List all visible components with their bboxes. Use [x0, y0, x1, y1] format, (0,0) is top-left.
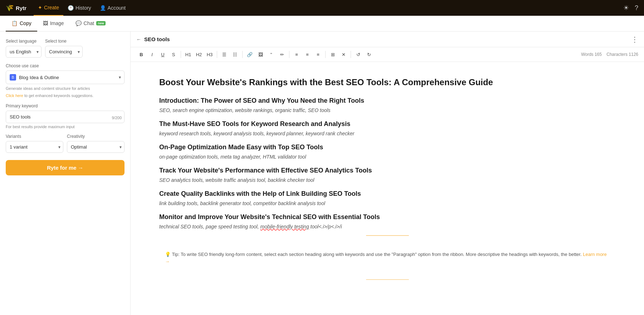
primary-keyword-label: Primary keyword: [6, 103, 125, 108]
copy-icon: 📋: [11, 20, 18, 26]
back-arrow-icon: ←: [136, 37, 141, 42]
help-icon[interactable]: ?: [635, 4, 638, 12]
quote-button[interactable]: ": [266, 49, 276, 59]
tone-select-wrap: Convincing: [45, 46, 83, 58]
creativity-select-wrap: Optimal: [67, 141, 125, 153]
section-keywords-4: link building tools, backlink generator …: [159, 200, 615, 206]
align-right-button[interactable]: ≡: [313, 49, 323, 59]
app-logo[interactable]: 🌾 Rytr: [6, 4, 26, 12]
redo-button[interactable]: ↻: [364, 49, 374, 59]
section-heading-0[interactable]: Introduction: The Power of SEO and Why Y…: [159, 97, 615, 105]
editor-title[interactable]: Boost Your Website's Rankings with the B…: [159, 76, 615, 88]
ordered-list-button[interactable]: ☷: [230, 49, 240, 59]
creativity-select[interactable]: Optimal: [67, 141, 125, 153]
section-keywords-3: SEO analytics tools, website traffic ana…: [159, 177, 615, 183]
tone-select[interactable]: Convincing: [45, 46, 83, 58]
tab-image[interactable]: 🖼 Image: [37, 16, 70, 32]
nav-create-label: Create: [44, 5, 59, 10]
image-button[interactable]: 🖼: [255, 49, 265, 59]
back-button[interactable]: ←: [136, 37, 141, 42]
tab-copy-label: Copy: [20, 20, 31, 26]
word-char-count: Words 165 Characters 1126: [581, 52, 638, 57]
use-case-icon: B: [10, 74, 16, 81]
toolbar-sep-4: [289, 51, 289, 58]
bold-button[interactable]: B: [136, 49, 146, 59]
creativity-label: Creativity: [67, 134, 125, 139]
variants-creativity-row: Variants 1 variant Creativity Optimal: [6, 134, 125, 153]
section-heading-4[interactable]: Create Quality Backlinks with the Help o…: [159, 190, 615, 198]
primary-keyword-input[interactable]: [6, 111, 125, 123]
tip-text: Tip: To write SEO friendly long-form con…: [172, 252, 581, 257]
toolbar-sep-1: [181, 51, 181, 58]
variants-col: Variants 1 variant: [6, 134, 63, 153]
keyword-hint: For best results provide maximum input: [6, 125, 125, 129]
tip-box: 💡 Tip: To write SEO friendly long-form c…: [159, 246, 615, 271]
section-heading-1[interactable]: The Must-Have SEO Tools for Keyword Rese…: [159, 120, 615, 128]
ryte-for-me-button[interactable]: Ryte for me →: [6, 160, 125, 175]
keyword-enhance-suffix: to get enhanced keywords suggestions.: [23, 93, 93, 98]
chat-icon: 💬: [75, 20, 82, 26]
variants-select[interactable]: 1 variant: [6, 141, 63, 153]
toolbar-sep-2: [217, 51, 217, 58]
bottom-divider: [366, 279, 409, 280]
tab-chat[interactable]: 💬 Chat new: [70, 16, 111, 32]
align-center-button[interactable]: ≡: [302, 49, 312, 59]
sidebar: Select language us English Select tone C…: [0, 32, 131, 315]
section-heading-5[interactable]: Monitor and Improve Your Website's Techn…: [159, 213, 615, 221]
use-case-dropdown-btn[interactable]: B Blog Idea & Outline: [6, 71, 125, 84]
editor-wrap: Boost Your Website's Rankings with the B…: [131, 62, 644, 315]
nav-create[interactable]: ✦ Create: [34, 0, 63, 16]
language-select-wrap: us English: [6, 46, 42, 58]
keyword-input-wrap: 9/200: [6, 111, 125, 123]
h3-button[interactable]: H3: [205, 49, 215, 59]
toolbar-sep-6: [351, 51, 351, 58]
account-icon: 👤: [100, 5, 106, 11]
language-label: Select language: [6, 39, 42, 44]
toolbar-sep-3: [242, 51, 243, 58]
keyword-enhance-hint: Click here to get enhanced keywords sugg…: [6, 92, 125, 98]
squiggle-text: mobile-friendly testing: [260, 224, 309, 229]
nav-account[interactable]: 👤 Account: [96, 0, 130, 16]
create-icon: ✦: [38, 5, 42, 10]
click-here-link[interactable]: Click here: [6, 93, 23, 98]
section-keywords-2: on-page optimization tools, meta tag ana…: [159, 154, 615, 160]
logo-icon: 🌾: [6, 4, 14, 12]
tab-chat-label: Chat: [84, 20, 94, 26]
code-button[interactable]: ⊞: [328, 49, 338, 59]
italic-button[interactable]: I: [147, 49, 157, 59]
word-count: Words 165: [581, 52, 602, 57]
link-button[interactable]: 🔗: [245, 49, 255, 59]
creativity-col: Creativity Optimal: [67, 134, 125, 153]
align-left-button[interactable]: ≡: [292, 49, 302, 59]
sun-icon[interactable]: ☀: [623, 4, 629, 12]
use-case-dropdown[interactable]: B Blog Idea & Outline: [6, 71, 125, 84]
nav-history[interactable]: 🕐 History: [63, 0, 96, 16]
char-count: Characters 1126: [606, 52, 638, 57]
editor-toolbar: B I U S H1 H2 H3 ☰ ☷ 🔗 🖼 " ✏ ≡ ≡ ≡ ⊞ ✕ ↺…: [131, 47, 644, 62]
h2-button[interactable]: H2: [194, 49, 204, 59]
editor-content: Boost Your Website's Rankings with the B…: [159, 76, 615, 280]
app-name: Rytr: [16, 5, 26, 11]
h1-button[interactable]: H1: [183, 49, 193, 59]
content-area: ← SEO tools ⋮ B I U S H1 H2 H3 ☰ ☷ 🔗 🖼 "…: [131, 32, 644, 315]
image-icon: 🖼: [43, 20, 48, 26]
use-case-section: Choose use case B Blog Idea & Outline: [6, 63, 125, 84]
content-page-title: SEO tools: [144, 36, 170, 42]
language-select[interactable]: us English: [6, 46, 42, 58]
strikethrough-button[interactable]: S: [169, 49, 179, 59]
mid-divider: [366, 235, 409, 236]
section-heading-3[interactable]: Track Your Website's Performance with Ef…: [159, 167, 615, 174]
underline-button[interactable]: U: [158, 49, 168, 59]
clear-button[interactable]: ✕: [338, 49, 348, 59]
undo-button[interactable]: ↺: [353, 49, 363, 59]
tab-copy[interactable]: 📋 Copy: [6, 16, 37, 32]
sub-nav: 📋 Copy 🖼 Image 💬 Chat new: [0, 16, 644, 32]
nav-history-label: History: [75, 5, 91, 11]
use-case-hint: Generate ideas and content structure for…: [6, 86, 125, 91]
highlight-button[interactable]: ✏: [277, 49, 287, 59]
section-heading-2[interactable]: On-Page Optimization Made Easy with Top …: [159, 144, 615, 151]
section-keywords-5: technical SEO tools, page speed testing …: [159, 224, 615, 229]
language-section: Select language us English: [6, 39, 42, 58]
more-options-button[interactable]: ⋮: [631, 35, 638, 44]
bullet-list-button[interactable]: ☰: [219, 49, 229, 59]
